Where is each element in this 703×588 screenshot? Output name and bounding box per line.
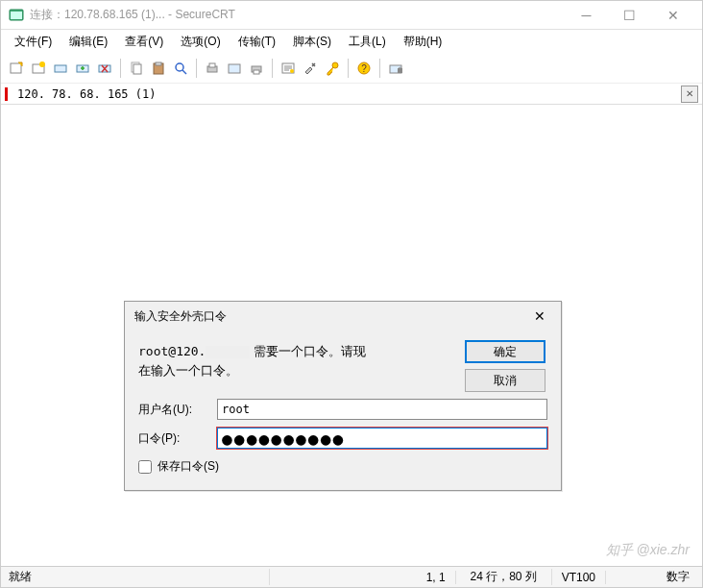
status-numlock: 数字 [654, 569, 702, 585]
save-password-box[interactable] [138, 460, 152, 474]
properties-icon[interactable] [279, 59, 298, 78]
lock-session-icon[interactable] [386, 59, 405, 78]
maximize-button[interactable]: ☐ [608, 2, 651, 29]
title-bar: 连接：120.78.68.165 (1)... - SecureCRT ─ ☐ … [1, 1, 702, 30]
menu-help[interactable]: 帮助(H) [396, 32, 450, 52]
window-title: 连接：120.78.68.165 (1)... - SecureCRT [30, 7, 565, 23]
tab-close-button[interactable]: ✕ [681, 86, 698, 103]
new-session-icon[interactable] [7, 59, 26, 78]
find-icon[interactable] [171, 59, 190, 78]
svg-rect-15 [229, 64, 240, 73]
password-dialog: 输入安全外壳口令 ✕ root@120. 需要一个口令。请现在输入一个口令。 确… [124, 301, 562, 491]
key-icon[interactable] [323, 59, 342, 78]
help-icon[interactable]: ? [354, 59, 374, 78]
password-input[interactable] [217, 428, 547, 449]
svg-rect-1 [11, 12, 22, 19]
menu-file[interactable]: 文件(F) [7, 32, 60, 52]
svg-point-12 [176, 63, 183, 71]
menu-script[interactable]: 脚本(S) [285, 32, 339, 52]
menu-bar: 文件(F) 编辑(E) 查看(V) 选项(O) 传输(T) 脚本(S) 工具(L… [1, 30, 702, 53]
connect-bar-icon[interactable] [51, 59, 70, 78]
svg-rect-24 [398, 68, 402, 73]
quick-connect-icon[interactable] [29, 59, 48, 78]
username-input[interactable] [217, 399, 547, 420]
dialog-close-button[interactable]: ✕ [528, 308, 551, 324]
status-dimensions: 24 行，80 列 [456, 569, 552, 585]
menu-view[interactable]: 查看(V) [117, 32, 171, 52]
svg-point-19 [290, 69, 294, 73]
watermark: 知乎 @xie.zhr [606, 542, 690, 559]
reconnect-icon[interactable] [73, 59, 92, 78]
svg-rect-2 [11, 63, 21, 73]
app-icon [9, 8, 24, 23]
ok-button[interactable]: 确定 [465, 340, 545, 363]
menu-options[interactable]: 选项(O) [173, 32, 228, 52]
session-tab[interactable]: 120. 78. 68. 165 (1) [12, 86, 162, 103]
minimize-button[interactable]: ─ [565, 2, 608, 29]
menu-edit[interactable]: 编辑(E) [61, 32, 115, 52]
status-terminal-type: VT100 [552, 571, 606, 584]
copy-icon[interactable] [127, 59, 146, 78]
print-icon[interactable] [203, 59, 222, 78]
status-ready: 就绪 [1, 569, 270, 585]
dialog-title: 输入安全外壳口令 [134, 308, 528, 325]
svg-text:?: ? [361, 63, 367, 74]
dialog-message: root@120. 需要一个口令。请现在输入一个口令。 [138, 338, 369, 391]
menu-transfer[interactable]: 传输(T) [230, 32, 283, 52]
svg-rect-14 [209, 63, 215, 67]
svg-point-4 [39, 61, 45, 67]
cancel-button[interactable]: 取消 [465, 369, 545, 392]
settings-icon[interactable] [301, 59, 320, 78]
disconnect-icon[interactable] [95, 59, 114, 78]
svg-rect-5 [55, 65, 66, 72]
menu-tools[interactable]: 工具(L) [341, 32, 394, 52]
toolbar: ? [1, 53, 702, 84]
paste-icon[interactable] [149, 59, 168, 78]
tab-bar: 120. 78. 68. 165 (1) ✕ [1, 84, 702, 105]
status-cursor-pos: 1, 1 [417, 571, 456, 584]
status-bar: 就绪 1, 1 24 行，80 列 VT100 数字 [1, 566, 702, 587]
terminal-area[interactable]: 输入安全外壳口令 ✕ root@120. 需要一个口令。请现在输入一个口令。 确… [1, 105, 702, 566]
tab-indicator [5, 87, 8, 101]
svg-rect-9 [133, 64, 141, 74]
close-button[interactable]: ✕ [651, 2, 694, 29]
print-selection-icon[interactable] [247, 59, 266, 78]
username-label: 用户名(U): [138, 402, 217, 418]
print-screen-icon[interactable] [225, 59, 244, 78]
password-label: 口令(P): [138, 430, 217, 447]
save-password-checkbox[interactable]: 保存口令(S) [138, 458, 547, 475]
svg-rect-17 [254, 70, 259, 74]
svg-rect-11 [156, 62, 161, 65]
